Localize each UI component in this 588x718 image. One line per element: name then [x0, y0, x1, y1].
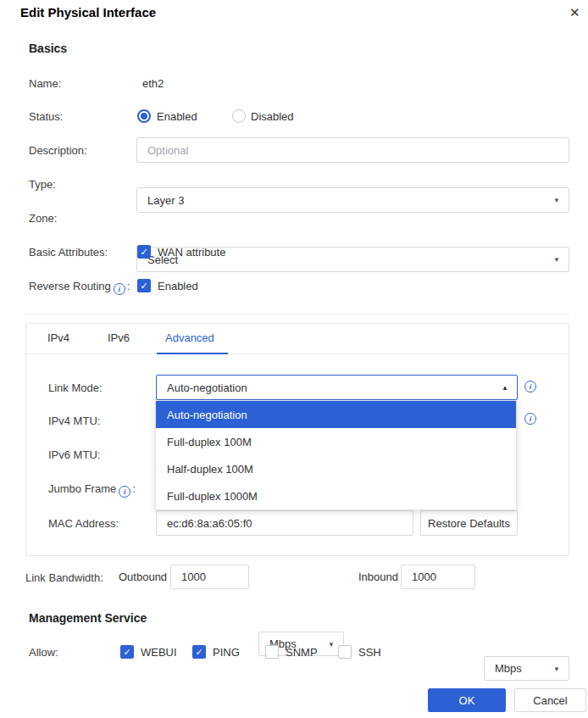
divider: [25, 314, 569, 314]
ipv4-mtu-label: IPv4 MTU:: [48, 415, 100, 427]
tab-ipv4[interactable]: IPv4: [47, 331, 69, 344]
webui-label[interactable]: WEBUI: [141, 646, 177, 659]
name-value: eth2: [142, 77, 164, 90]
snmp-label[interactable]: SNMP: [286, 646, 318, 659]
restore-defaults-button[interactable]: Restore Defaults: [420, 510, 518, 536]
menu-item-full-duplex-1000m[interactable]: Full-duplex 1000M: [156, 482, 516, 509]
description-label: Description:: [29, 144, 87, 157]
allow-label: Allow:: [29, 646, 58, 659]
ping-checkbox[interactable]: ✓: [192, 645, 206, 659]
outbound-input[interactable]: [181, 565, 238, 589]
check-icon: ✓: [140, 279, 147, 292]
ssh-checkbox[interactable]: ✓: [338, 645, 352, 659]
tab-bar: IPv4 IPv6 Advanced: [26, 324, 569, 354]
ipv6-mtu-label: IPv6 MTU:: [48, 448, 100, 461]
edit-physical-interface-dialog: Edit Physical Interface ✕ Basics Name: e…: [0, 0, 588, 718]
name-label: Name:: [29, 77, 61, 90]
basics-heading: Basics: [29, 42, 67, 55]
inbound-unit-select[interactable]: Mbps ▼: [484, 656, 569, 681]
reverse-routing-checkbox[interactable]: ✓: [137, 279, 151, 292]
check-icon: ✓: [195, 645, 202, 659]
description-input-box: [136, 137, 569, 163]
snmp-checkbox[interactable]: ✓: [265, 645, 279, 659]
tab-ipv6[interactable]: IPv6: [108, 331, 130, 344]
chevron-down-icon: ▼: [328, 640, 335, 648]
status-label: Status:: [29, 110, 63, 123]
reverse-routing-colon: :: [127, 280, 130, 292]
active-tab-underline: [157, 353, 228, 354]
mac-address-label: MAC Address:: [48, 517, 119, 530]
inbound-unit-value: Mbps: [495, 662, 522, 675]
dialog-title: Edit Physical Interface: [20, 5, 156, 19]
chevron-down-icon: ▼: [553, 256, 560, 264]
check-icon: ✓: [140, 245, 147, 259]
outbound-input-box: [170, 565, 249, 589]
check-icon: ✓: [268, 645, 275, 659]
description-input[interactable]: [147, 138, 558, 162]
link-mode-dropdown-menu: Auto-negotiation Full-duplex 100M Half-d…: [155, 400, 517, 510]
ping-label[interactable]: PING: [213, 646, 240, 659]
check-icon: ✓: [341, 645, 348, 659]
ok-button[interactable]: OK: [428, 688, 506, 712]
reverse-routing-checkbox-label[interactable]: Enabled: [158, 280, 198, 292]
chevron-up-icon: ▲: [502, 384, 508, 392]
link-mode-select[interactable]: Auto-negotiation ▲: [156, 375, 518, 400]
type-select-value: Layer 3: [147, 194, 184, 207]
status-disabled-radio[interactable]: [232, 109, 246, 123]
chevron-down-icon: ▼: [553, 665, 560, 672]
menu-item-half-duplex-100m[interactable]: Half-duplex 100M: [156, 455, 516, 482]
mac-address-input[interactable]: [167, 511, 402, 535]
restore-defaults-label: Restore Defaults: [428, 517, 510, 530]
cancel-button[interactable]: Cancel: [514, 688, 586, 712]
link-bandwidth-label: Link Bandwidth:: [25, 571, 103, 584]
ssh-label[interactable]: SSH: [358, 646, 381, 659]
jumbo-frame-colon: :: [132, 482, 136, 495]
info-icon[interactable]: i: [524, 381, 536, 392]
jumbo-frame-label-group: Jumbo Framei:: [48, 482, 136, 496]
menu-item-full-duplex-100m[interactable]: Full-duplex 100M: [156, 428, 516, 455]
inbound-input[interactable]: [412, 565, 464, 589]
info-icon[interactable]: i: [114, 283, 125, 295]
wan-attribute-label[interactable]: WAN attribute: [158, 246, 225, 259]
mac-address-input-box: [156, 510, 413, 536]
wan-attribute-checkbox[interactable]: ✓: [137, 245, 151, 259]
link-mode-label: Link Mode:: [48, 381, 103, 394]
status-disabled-label[interactable]: Disabled: [251, 110, 294, 123]
info-icon[interactable]: i: [524, 413, 536, 425]
inbound-label: Inbound: [358, 571, 398, 583]
zone-label: Zone:: [29, 212, 57, 225]
check-icon: ✓: [123, 645, 130, 659]
type-label: Type:: [29, 178, 56, 191]
info-icon[interactable]: i: [119, 486, 130, 498]
close-icon[interactable]: ✕: [569, 6, 580, 19]
tab-advanced[interactable]: Advanced: [165, 331, 214, 344]
reverse-routing-label-group: Reverse Routingi:: [29, 280, 130, 293]
basic-attributes-label: Basic Attributes:: [29, 246, 108, 259]
management-service-heading: Management Service: [29, 611, 147, 625]
link-mode-select-value: Auto-negotiation: [167, 381, 247, 394]
type-select[interactable]: Layer 3 ▼: [136, 187, 569, 213]
ok-button-label: OK: [459, 694, 475, 707]
reverse-routing-label: Reverse Routing: [29, 280, 111, 292]
webui-checkbox[interactable]: ✓: [120, 645, 134, 659]
chevron-down-icon: ▼: [553, 197, 560, 204]
inbound-input-box: [401, 565, 475, 589]
cancel-button-label: Cancel: [533, 694, 567, 707]
status-enabled-label[interactable]: Enabled: [157, 110, 197, 123]
status-enabled-radio[interactable]: [137, 109, 151, 123]
outbound-label: Outbound: [119, 571, 167, 583]
jumbo-frame-label: Jumbo Frame: [48, 482, 116, 495]
menu-item-auto-negotiation[interactable]: Auto-negotiation: [156, 401, 516, 428]
